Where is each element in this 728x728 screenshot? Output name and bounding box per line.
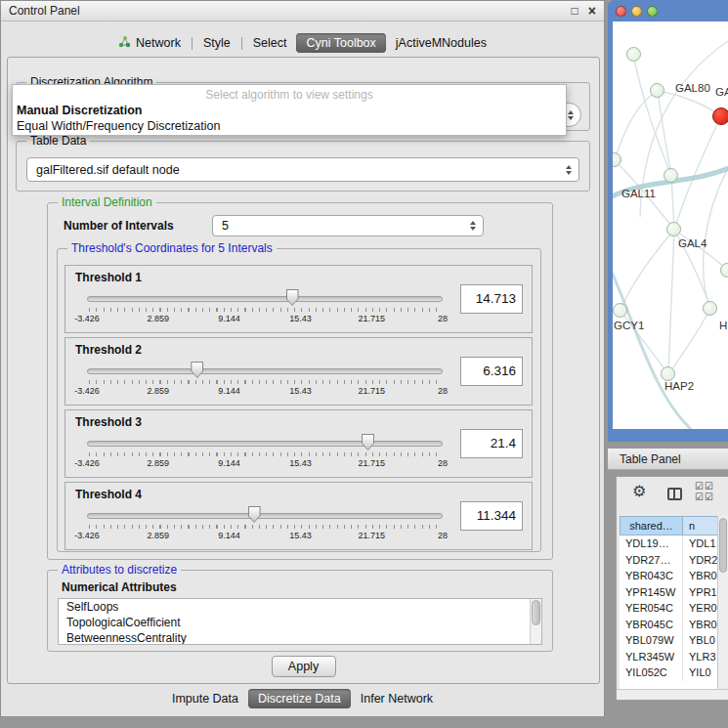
table-row[interactable]: YDR27…YDR2: [620, 552, 728, 569]
threshold-4-slider[interactable]: -3.426 2.859 9.144 15.43 21.715 28: [87, 504, 443, 545]
cell[interactable]: YBL079W: [620, 632, 683, 649]
slider-ticks: [89, 380, 441, 384]
network-node[interactable]: [626, 47, 641, 62]
threshold-label: Threshold 3: [75, 415, 142, 429]
tab-label: Discretize Data: [258, 692, 341, 706]
gear-icon[interactable]: ⚙: [632, 484, 646, 499]
threshold-label: Threshold 1: [75, 271, 142, 284]
list-item[interactable]: TopologicalCoefficient: [59, 615, 541, 630]
combo-value: galFiltered.sif default node: [36, 163, 180, 177]
tab-label: Select: [253, 36, 287, 50]
tab-cyni-toolbox[interactable]: Cyni Toolbox: [296, 33, 385, 53]
tab-discretize-data[interactable]: Discretize Data: [248, 689, 351, 708]
node-label: GAL4: [678, 237, 707, 249]
threshold-3-panel: Threshold 3 21.4 -3.426 2.859 9.144 15.4…: [64, 409, 533, 478]
tab-jactivemodules[interactable]: jActiveMNodules: [386, 33, 496, 53]
network-canvas[interactable]: GAL80 GA GAL11 GAL4 GCY1 H HAP2: [613, 21, 728, 429]
table-row[interactable]: YBR043CYBR0: [620, 568, 728, 584]
columns-icon[interactable]: [667, 488, 682, 500]
network-node[interactable]: [703, 301, 717, 316]
list-scrollbar[interactable]: [530, 599, 541, 644]
table-rows: YDL19…YDL1 YDR27…YDR2 YBR043CYBR0 YPR145…: [620, 535, 728, 689]
list-item[interactable]: SelfLoops: [59, 599, 541, 615]
table-row[interactable]: YIL052CYIL0: [620, 664, 728, 681]
window-title: Control Panel: [9, 4, 80, 18]
scale-label: 21.715: [358, 458, 385, 468]
cell[interactable]: YDL19…: [620, 535, 683, 552]
cell[interactable]: YDR27…: [620, 552, 683, 569]
node-label: GCY1: [614, 320, 644, 331]
dropdown-option-equal-width[interactable]: Equal Width/Frequency Discretization: [13, 118, 566, 134]
table-row[interactable]: YER054CYER0: [620, 600, 728, 617]
dropdown-option-manual-discretization[interactable]: Manual Discretization: [13, 103, 566, 118]
table-row[interactable]: YBL079WYBL0: [620, 632, 728, 649]
threshold-label: Threshold 2: [75, 343, 142, 357]
scale-label: 2.859: [148, 458, 170, 468]
tab-label: Network: [136, 36, 181, 50]
window-controls: □ ×: [572, 5, 596, 17]
cell[interactable]: YLR345W: [620, 649, 683, 665]
close-window-button[interactable]: ×: [588, 5, 596, 17]
threshold-3-slider[interactable]: -3.426 2.859 9.144 15.43 21.715 28: [87, 432, 443, 473]
slider-scale: -3.426 2.859 9.144 15.43 21.715 28: [87, 314, 443, 324]
table-row[interactable]: YPR145WYPR1: [620, 584, 728, 601]
column-header-shared-name[interactable]: shared…: [620, 516, 683, 535]
network-node-red[interactable]: [712, 107, 728, 125]
network-node[interactable]: [664, 168, 678, 183]
threshold-2-slider[interactable]: -3.426 2.859 9.144 15.43 21.715 28: [87, 360, 443, 401]
table-data-group: Table Data galFiltered.sif default node: [16, 141, 590, 192]
scale-label: 15.43: [289, 386, 312, 396]
tab-style[interactable]: Style: [193, 33, 240, 53]
node-label: HAP2: [664, 380, 694, 392]
table-horizontal-scrollbar[interactable]: [617, 689, 728, 700]
close-traffic-light-icon[interactable]: [616, 6, 626, 17]
table-row[interactable]: YLR345WYLR3: [620, 649, 728, 665]
slider-track[interactable]: [87, 368, 443, 374]
threshold-3-value-input[interactable]: 21.4: [460, 429, 523, 458]
scale-label: 2.859: [148, 314, 170, 323]
cell[interactable]: YPR145W: [620, 584, 683, 601]
tab-label: Infer Network: [361, 692, 433, 706]
table-row[interactable]: YBR045CYBR0: [620, 617, 728, 633]
slider-track[interactable]: [87, 296, 443, 302]
slider-thumb[interactable]: [191, 362, 203, 378]
num-intervals-combobox[interactable]: 5: [212, 215, 484, 236]
cell[interactable]: YIL052C: [620, 664, 683, 681]
tab-network[interactable]: Network: [108, 33, 191, 54]
zoom-traffic-light-icon[interactable]: [647, 6, 658, 17]
cell[interactable]: YER054C: [620, 600, 683, 617]
table-vertical-scrollbar[interactable]: [717, 516, 728, 689]
select-columns-icon[interactable]: ☑☑ ☑☑: [695, 481, 714, 502]
numerical-attributes-list[interactable]: SelfLoops TopologicalCoefficient Between…: [58, 598, 542, 645]
attributes-to-discretize-group: Attributes to discretize Numerical Attri…: [47, 570, 553, 652]
threshold-1-value-input[interactable]: 14.713: [460, 284, 523, 314]
table-row[interactable]: YDL19…YDL1: [620, 535, 728, 552]
slider-thumb[interactable]: [362, 434, 374, 450]
float-window-button[interactable]: □: [572, 5, 578, 17]
tab-infer-network[interactable]: Infer Network: [351, 689, 443, 708]
algorithm-dropdown-popup: Select algorithm to view settings Manual…: [12, 84, 567, 136]
slider-track[interactable]: [87, 441, 443, 447]
scrollbar-thumb[interactable]: [532, 600, 540, 625]
threshold-4-value-input[interactable]: 11.344: [460, 501, 523, 531]
network-node[interactable]: [720, 263, 728, 278]
tab-label: Impute Data: [172, 692, 238, 706]
slider-track[interactable]: [87, 513, 443, 519]
apply-button[interactable]: Apply: [272, 656, 336, 677]
table-data-combobox[interactable]: galFiltered.sif default node: [26, 157, 579, 182]
tab-select[interactable]: Select: [243, 33, 297, 53]
threshold-2-value-input[interactable]: 6.316: [460, 357, 523, 386]
network-node[interactable]: [613, 303, 627, 318]
cell[interactable]: YBR043C: [620, 568, 683, 584]
network-node[interactable]: [666, 222, 681, 236]
scrollbar-thumb[interactable]: [719, 518, 727, 573]
threshold-1-slider[interactable]: -3.426 2.859 9.144 15.43 21.715 28: [87, 287, 443, 328]
slider-thumb[interactable]: [286, 289, 299, 306]
tab-impute-data[interactable]: Impute Data: [162, 689, 248, 708]
network-node[interactable]: [650, 83, 664, 98]
list-item[interactable]: BetweennessCentrality: [59, 630, 541, 645]
minimize-traffic-light-icon[interactable]: [631, 6, 642, 17]
network-node[interactable]: [661, 366, 675, 381]
cell[interactable]: YBR045C: [620, 617, 683, 633]
slider-thumb[interactable]: [248, 506, 261, 523]
